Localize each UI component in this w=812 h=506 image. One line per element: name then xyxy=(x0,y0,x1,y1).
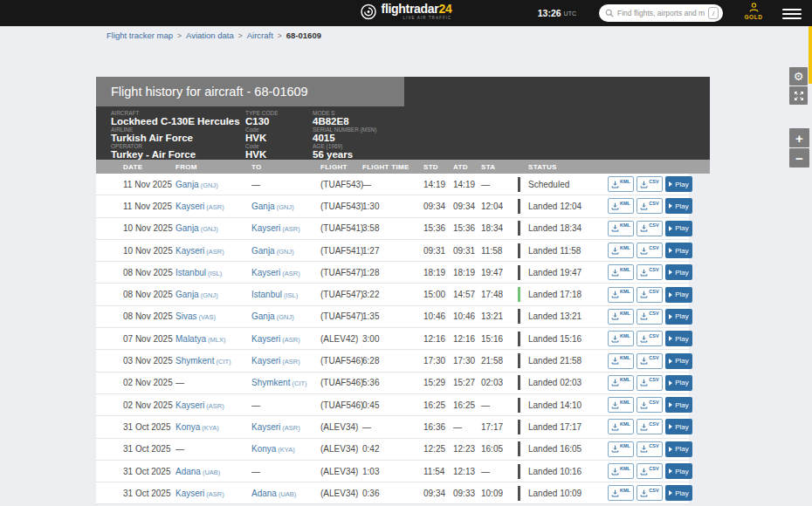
play-flight-button[interactable]: Play xyxy=(665,397,692,413)
from-airport-link[interactable]: Shymkent xyxy=(175,356,214,366)
cell-sta: 18:34 xyxy=(481,223,518,233)
from-airport-link[interactable]: Adana xyxy=(175,467,201,476)
play-flight-button[interactable]: Play xyxy=(665,353,692,369)
search-input[interactable] xyxy=(617,9,705,17)
from-airport-link[interactable]: Kayseri xyxy=(175,400,204,410)
to-airport-link[interactable]: Adana xyxy=(251,489,277,498)
user-account-button[interactable]: GOLD xyxy=(739,2,768,20)
play-flight-button[interactable]: Play xyxy=(665,264,692,280)
cell-sta: 15:16 xyxy=(481,334,518,344)
to-airport-link[interactable]: Ganja xyxy=(251,202,275,211)
settings-button[interactable]: ⚙ xyxy=(789,67,808,85)
play-flight-button[interactable]: Play xyxy=(665,221,692,236)
play-flight-button[interactable]: Play xyxy=(665,176,692,192)
cell-date: 31 Oct 2025 xyxy=(123,422,175,432)
download-kml-button[interactable]: KML xyxy=(608,287,634,303)
from-airport-link[interactable]: Ganja xyxy=(175,290,199,299)
play-flight-button[interactable]: Play xyxy=(665,243,692,258)
download-csv-button[interactable]: CSV xyxy=(637,264,663,280)
download-icon xyxy=(640,468,648,475)
download-kml-button[interactable]: KML xyxy=(608,463,634,479)
breadcrumb: Flight tracker map > Aviation data > Air… xyxy=(107,31,321,40)
menu-icon[interactable] xyxy=(782,9,802,22)
cell-flight: (TUAF541) xyxy=(320,223,362,233)
from-airport-link[interactable]: Kayseri xyxy=(175,246,204,256)
to-airport-link[interactable]: Kayseri xyxy=(251,334,280,344)
to-airport-link[interactable]: Kayseri xyxy=(251,268,280,277)
download-kml-button[interactable]: KML xyxy=(608,198,634,214)
download-kml-button[interactable]: KML xyxy=(608,331,634,346)
download-kml-button[interactable]: KML xyxy=(608,353,634,369)
to-airport-link[interactable]: Konya xyxy=(251,444,276,454)
from-airport-link[interactable]: Ganja xyxy=(175,223,199,233)
play-flight-button[interactable]: Play xyxy=(665,485,692,501)
play-flight-button[interactable]: Play xyxy=(665,375,692,391)
from-airport-link[interactable]: Konya xyxy=(175,422,200,432)
download-csv-button[interactable]: CSV xyxy=(637,397,663,413)
from-airport-link[interactable]: Kayseri xyxy=(175,489,204,498)
download-kml-button[interactable]: KML xyxy=(608,375,634,391)
download-csv-button[interactable]: CSV xyxy=(637,463,663,479)
download-csv-button[interactable]: CSV xyxy=(637,309,663,325)
download-kml-button[interactable]: KML xyxy=(608,264,634,280)
status-text: Landed 13:21 xyxy=(528,311,581,321)
to-airport-link[interactable]: Kayseri xyxy=(251,422,280,432)
download-csv-button[interactable]: CSV xyxy=(637,287,663,303)
cell-flight-time: 3:00 xyxy=(362,334,423,344)
zoom-in-button[interactable]: + xyxy=(789,128,809,147)
download-csv-button[interactable]: CSV xyxy=(637,176,663,192)
play-flight-button[interactable]: Play xyxy=(665,463,692,479)
breadcrumb-link-aircraft[interactable]: Aircraft xyxy=(247,31,273,40)
search-box[interactable]: / xyxy=(599,4,723,22)
status-bar xyxy=(518,199,520,214)
cell-to: Adana(UAB) xyxy=(251,489,320,498)
cell-actions: KML CSV Play xyxy=(608,331,692,346)
download-kml-button[interactable]: KML xyxy=(608,309,634,325)
play-flight-button[interactable]: Play xyxy=(665,441,692,457)
play-flight-button[interactable]: Play xyxy=(665,287,692,303)
breadcrumb-link-aviation-data[interactable]: Aviation data xyxy=(186,31,234,40)
download-kml-button[interactable]: KML xyxy=(608,485,634,501)
download-kml-button[interactable]: KML xyxy=(608,221,634,236)
from-airport-link[interactable]: Kayseri xyxy=(175,202,204,211)
play-flight-button[interactable]: Play xyxy=(665,198,692,214)
to-airport-link[interactable]: Shymkent xyxy=(251,378,290,387)
download-kml-button[interactable]: KML xyxy=(608,243,634,258)
download-csv-button[interactable]: CSV xyxy=(637,353,663,369)
zoom-out-button[interactable]: − xyxy=(789,148,809,168)
download-csv-button[interactable]: CSV xyxy=(637,375,663,391)
download-kml-button[interactable]: KML xyxy=(608,397,634,413)
play-flight-button[interactable]: Play xyxy=(665,419,692,434)
from-airport-link[interactable]: Ganja xyxy=(175,180,199,189)
to-airport-code: (ASR) xyxy=(282,225,299,233)
download-kml-button[interactable]: KML xyxy=(608,441,634,457)
play-icon xyxy=(669,424,672,429)
cell-from: Sivas(VAS) xyxy=(175,311,251,321)
download-kml-button[interactable]: KML xyxy=(608,176,634,192)
download-csv-button[interactable]: CSV xyxy=(637,441,663,457)
from-airport-link[interactable]: Istanbul xyxy=(175,268,206,277)
to-airport-link[interactable]: Kayseri xyxy=(251,223,280,233)
flightradar24-logo[interactable]: flightradar24 LIVE AIR TRAFFIC xyxy=(361,3,452,21)
to-airport-link[interactable]: Istanbul xyxy=(251,290,282,299)
download-kml-button[interactable]: KML xyxy=(608,419,634,434)
to-airport-link[interactable]: Kayseri xyxy=(251,356,280,366)
play-flight-button[interactable]: Play xyxy=(665,331,692,346)
download-csv-button[interactable]: CSV xyxy=(637,419,663,434)
download-csv-button[interactable]: CSV xyxy=(637,243,663,258)
breadcrumb-link-flight-tracker-map[interactable]: Flight tracker map xyxy=(107,31,173,40)
col-from: FROM xyxy=(175,163,251,171)
download-csv-button[interactable]: CSV xyxy=(637,198,663,214)
to-airport-link[interactable]: Ganja xyxy=(251,246,275,256)
fullscreen-button[interactable] xyxy=(789,86,808,105)
from-airport-link[interactable]: Malatya xyxy=(175,334,206,344)
to-airport-link[interactable]: Ganja xyxy=(251,311,275,321)
cell-sta: 12:04 xyxy=(481,202,518,211)
from-airport-link[interactable]: Sivas xyxy=(175,311,196,321)
download-csv-button[interactable]: CSV xyxy=(637,221,663,236)
download-csv-button[interactable]: CSV xyxy=(637,331,663,346)
download-icon xyxy=(640,357,648,365)
download-csv-button[interactable]: CSV xyxy=(637,485,663,501)
play-flight-button[interactable]: Play xyxy=(665,309,692,325)
download-icon xyxy=(640,224,648,232)
